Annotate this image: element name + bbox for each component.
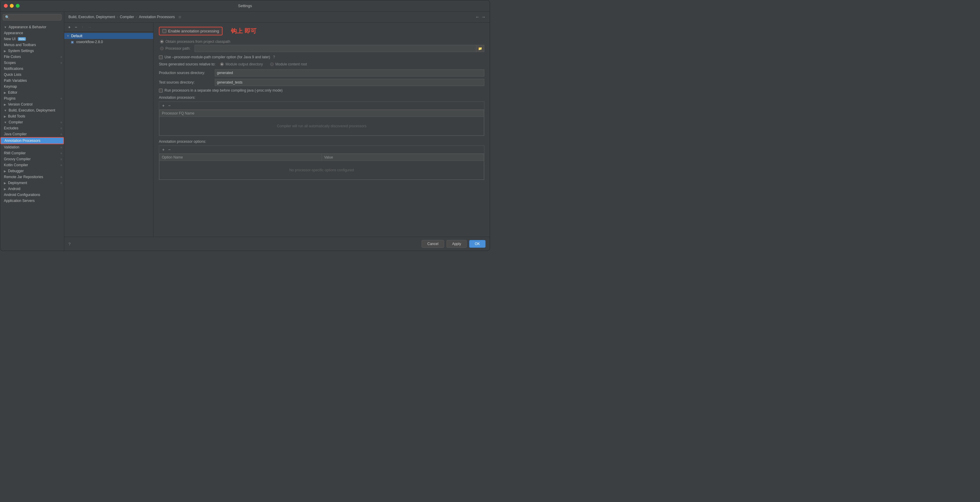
expand-arrow: ▼: [67, 35, 69, 38]
sidebar-item-file-colors[interactable]: File Colors ≡: [0, 54, 64, 60]
sidebar-item-notifications[interactable]: Notifications: [0, 66, 64, 71]
empty-processors-message: Compiler will run all automatically disc…: [162, 118, 481, 134]
config-icon: ≡: [60, 61, 62, 65]
prod-sources-label: Production sources directory:: [159, 71, 212, 75]
run-processors-checkbox[interactable]: [159, 89, 163, 92]
tree-panel-toolbar: + − ↑ →: [64, 22, 153, 32]
sidebar-item-remote-jar[interactable]: Remote Jar Repositories ≡: [0, 174, 64, 180]
sidebar-item-android[interactable]: ▶ Android: [0, 186, 64, 192]
apply-button[interactable]: Apply: [447, 240, 467, 248]
minimize-button[interactable]: [10, 4, 14, 8]
sidebar-item-compiler[interactable]: ▼ Compiler ≡: [0, 119, 64, 125]
table-empty-row: Compiler will run all automatically disc…: [159, 117, 484, 136]
module-content-radio[interactable]: [270, 62, 274, 66]
bottom-bar: ? Cancel Apply OK: [64, 237, 490, 251]
panel-body: + − ↑ → ▼ Default ▣ osworkflow-2.8.0: [64, 22, 490, 237]
sidebar-item-build-exec-deploy[interactable]: ▼ Build, Execution, Deployment: [0, 107, 64, 113]
add-option-button[interactable]: +: [161, 147, 166, 152]
help-icon[interactable]: ?: [68, 242, 70, 246]
annotation-options-label: Annotation processor options:: [159, 140, 484, 144]
use-module-path-row: Use --processor-module-path compiler opt…: [159, 55, 484, 59]
options-header-row: Option Name Value: [159, 154, 484, 161]
obtain-processors-row[interactable]: Obtain processors from project classpath: [160, 40, 484, 44]
remove-processor-button[interactable]: −: [167, 103, 172, 108]
sidebar-item-android-configs[interactable]: Android Configurations: [0, 192, 64, 198]
sidebar: 🔍 ▼ Appearance & Behavior Appearance New…: [0, 11, 64, 251]
sidebar-item-plugins[interactable]: Plugins ≡: [0, 95, 64, 102]
sidebar-item-appearance-behavior[interactable]: ▼ Appearance & Behavior: [0, 24, 64, 30]
breadcrumb-build[interactable]: Build, Execution, Deployment: [68, 15, 115, 19]
config-icon: ≡: [60, 146, 62, 149]
remove-option-button[interactable]: −: [167, 147, 172, 152]
config-icon: ≡: [60, 164, 62, 167]
expand-arrow: ▶: [4, 187, 6, 191]
sidebar-item-path-variables[interactable]: Path Variables: [0, 78, 64, 84]
module-content-radio-row[interactable]: Module content root: [270, 62, 307, 66]
use-module-path-label: Use --processor-module-path compiler opt…: [164, 55, 270, 59]
sidebar-item-annotation-processors[interactable]: Annotation Processors: [0, 137, 64, 144]
sidebar-item-groovy-compiler[interactable]: Groovy Compiler ≡: [0, 156, 64, 162]
add-profile-button[interactable]: +: [67, 24, 72, 30]
cancel-button[interactable]: Cancel: [422, 240, 444, 248]
sidebar-item-build-tools[interactable]: ▶ Build Tools: [0, 113, 64, 119]
maximize-button[interactable]: [16, 4, 20, 8]
prod-sources-input[interactable]: [215, 69, 484, 76]
sidebar-item-debugger[interactable]: ▶ Debugger: [0, 168, 64, 174]
config-icon: ≡: [60, 97, 62, 100]
move-down-button[interactable]: →: [86, 24, 93, 30]
sidebar-item-editor[interactable]: ▶ Editor: [0, 89, 64, 95]
sidebar-item-validation[interactable]: Validation ≡: [0, 144, 64, 150]
module-output-radio[interactable]: [220, 62, 224, 66]
sidebar-item-keymap[interactable]: Keymap: [0, 84, 64, 89]
config-icon: ≡: [60, 175, 62, 179]
profile-osworkflow[interactable]: ▣ osworkflow-2.8.0: [64, 39, 153, 45]
sidebar-item-rmi-compiler[interactable]: RMI Compiler ≡: [0, 150, 64, 156]
right-panel: Build, Execution, Deployment › Compiler …: [64, 11, 490, 251]
search-box[interactable]: 🔍: [3, 14, 62, 21]
profile-default[interactable]: ▼ Default: [64, 33, 153, 39]
module-output-radio-row[interactable]: Module output directory: [220, 62, 263, 66]
breadcrumb-annotation[interactable]: Annotation Processors: [139, 15, 175, 19]
config-icon: ≡: [60, 121, 62, 124]
obtain-processors-radio[interactable]: [160, 40, 164, 43]
sidebar-item-quick-lists[interactable]: Quick Lists: [0, 71, 64, 78]
sidebar-item-deployment[interactable]: ▶ Deployment ≡: [0, 180, 64, 186]
use-module-path-checkbox[interactable]: [159, 55, 163, 59]
remove-profile-button[interactable]: −: [73, 24, 78, 30]
settings-content: Enable annotation processing 钩上 即可 Obtai…: [154, 22, 490, 237]
ok-button[interactable]: OK: [469, 240, 485, 248]
annotation-processors-label: Annotation processors:: [159, 95, 484, 100]
close-button[interactable]: [4, 4, 8, 8]
sidebar-item-menus-toolbars[interactable]: Menus and Toolbars: [0, 42, 64, 48]
move-up-button[interactable]: ↑: [80, 24, 85, 30]
sidebar-item-system-settings[interactable]: ▶ System Settings: [0, 48, 64, 54]
sidebar-item-scopes[interactable]: Scopes ≡: [0, 60, 64, 66]
search-input[interactable]: [11, 15, 59, 19]
processor-path-row[interactable]: Processor path: 📁: [160, 45, 484, 52]
processor-path-input[interactable]: [194, 45, 476, 52]
processor-path-browse[interactable]: 📁: [476, 45, 484, 52]
enable-checkbox[interactable]: [162, 29, 166, 33]
sidebar-item-application-servers[interactable]: Application Servers: [0, 198, 64, 204]
sidebar-item-version-control[interactable]: ▶ Version Control: [0, 102, 64, 107]
sidebar-item-appearance[interactable]: Appearance: [0, 30, 64, 36]
add-processor-button[interactable]: +: [161, 103, 166, 108]
processor-path-radio[interactable]: [160, 47, 164, 50]
expand-arrow: ▶: [4, 103, 6, 106]
back-button[interactable]: ←: [476, 14, 480, 19]
breadcrumb-compiler[interactable]: Compiler: [120, 15, 134, 19]
window-title: Settings: [238, 3, 252, 8]
sidebar-item-kotlin-compiler[interactable]: Kotlin Compiler ≡: [0, 162, 64, 168]
sidebar-item-new-ui[interactable]: New UI Beta: [0, 36, 64, 42]
sidebar-item-excludes[interactable]: Excludes ≡: [0, 125, 64, 131]
sidebar-item-java-compiler[interactable]: Java Compiler ≡: [0, 131, 64, 137]
test-sources-input[interactable]: [215, 79, 484, 86]
expand-arrow: ▼: [4, 25, 7, 29]
titlebar: Settings: [0, 0, 490, 11]
annotation-processors-toolbar: + −: [159, 102, 484, 110]
test-sources-row: Test sources directory:: [159, 79, 484, 86]
new-ui-badge: Beta: [18, 37, 26, 41]
forward-button[interactable]: →: [481, 14, 485, 19]
option-name-header: Option Name: [159, 154, 322, 161]
module-content-label: Module content root: [275, 62, 307, 66]
